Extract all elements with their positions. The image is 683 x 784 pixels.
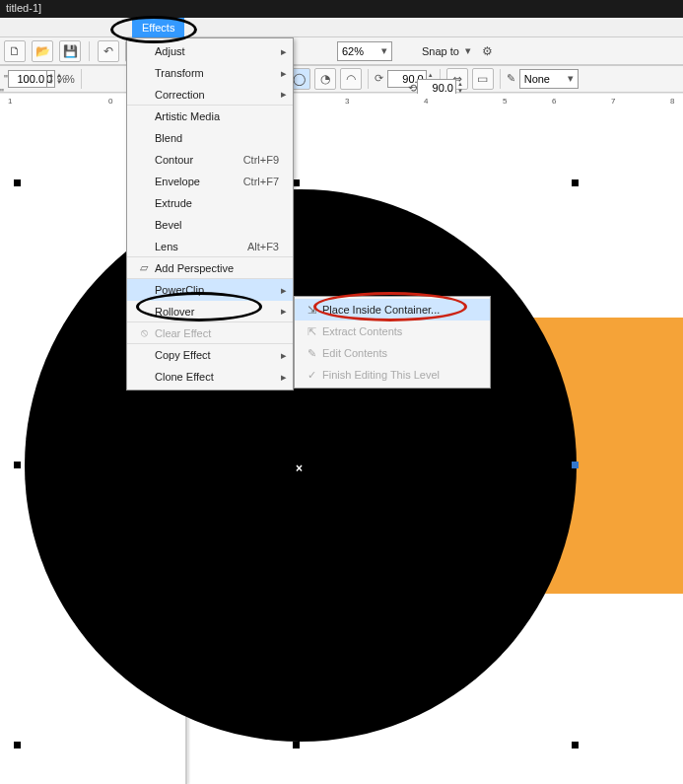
spinner-arrows[interactable]: ▲▼ [56, 72, 62, 86]
zoom-value: 62% [342, 45, 364, 57]
powerclip-submenu: ⇲ Place Inside Container... ⇱ Extract Co… [294, 296, 491, 389]
ruler-tick: 4 [424, 97, 428, 106]
submenu-place-inside-container[interactable]: ⇲ Place Inside Container... [295, 299, 490, 321]
unit-label: % [65, 73, 75, 85]
submenu-arrow-icon: ▸ [281, 305, 287, 318]
menu-transform[interactable]: Transform ▸ [127, 62, 293, 84]
selection-center-icon[interactable]: × [296, 462, 303, 475]
snap-label: Snap to [422, 45, 459, 57]
submenu-arrow-icon: ▸ [281, 88, 287, 101]
canvas[interactable]: × [0, 110, 683, 784]
rotate-cw-icon: ⟳ [375, 72, 383, 85]
menu-rollover[interactable]: Rollover ▸ [127, 301, 293, 322]
menu-correction[interactable]: Correction ▸ [127, 84, 293, 106]
separator [440, 69, 441, 89]
toolbar-properties: " ▲▼ % ◯ ◔ ◠ ⟳ ▲▼ ⇔ ▭ ✎ None [0, 65, 683, 93]
menu-add-perspective[interactable]: ▱ Add Perspective [127, 257, 293, 279]
selection-handle[interactable] [293, 179, 300, 186]
menu-copy-effect[interactable]: Copy Effect ▸ [127, 344, 293, 366]
new-icon[interactable]: 🗋 [4, 40, 26, 62]
menu-extrude[interactable]: Extrude [127, 192, 293, 214]
open-icon[interactable]: 📂 [32, 40, 53, 62]
menu-effects[interactable]: Effects [132, 18, 184, 37]
arc-tool-icon[interactable]: ◠ [340, 68, 362, 90]
submenu-extract-contents: ⇱ Extract Contents [295, 321, 490, 342]
pen-icon: ✎ [507, 72, 515, 85]
effects-menu: Adjust ▸ Transform ▸ Correction ▸ Artist… [126, 37, 294, 391]
save-icon[interactable]: 💾 [59, 40, 81, 62]
ruler-tick: 7 [611, 97, 615, 106]
selection-handle[interactable] [14, 462, 21, 468]
submenu-finish-editing: ✓ Finish Editing This Level [295, 364, 490, 386]
ruler-tick: 8 [670, 97, 674, 106]
ruler-tick: 0 [108, 97, 112, 106]
undo-icon[interactable]: ↶ [98, 40, 119, 62]
separator [500, 69, 501, 89]
ruler-tick: 1 [8, 97, 12, 106]
options-icon[interactable]: ⚙ [477, 40, 499, 62]
ruler-tick: 3 [345, 97, 349, 106]
menu-clear-effect: ⦸ Clear Effect [127, 322, 293, 344]
menu-blend[interactable]: Blend [127, 127, 293, 149]
title-bar: titled-1] [0, 0, 683, 18]
menu-bevel[interactable]: Bevel [127, 214, 293, 236]
spinner-arrows[interactable]: ▲▼ [428, 72, 434, 86]
shortcut-label: Ctrl+F9 [243, 154, 279, 166]
menu-envelope[interactable]: Envelope Ctrl+F7 [127, 171, 293, 192]
edit-icon: ✎ [301, 347, 322, 360]
menu-contour[interactable]: Contour Ctrl+F9 [127, 149, 293, 171]
selection-handle[interactable] [14, 742, 21, 748]
pie-tool-icon[interactable]: ◔ [314, 68, 336, 90]
toolbar-main: 🗋 📂 💾 ↶ ↷ 62% Snap to ▾ ⚙ [0, 37, 683, 65]
submenu-arrow-icon: ▸ [281, 45, 287, 58]
separator [368, 69, 369, 89]
width-field[interactable]: ▲▼ % [16, 70, 75, 88]
angle1-input[interactable] [387, 70, 427, 88]
submenu-edit-contents: ✎ Edit Contents [295, 342, 490, 364]
zoom-combo[interactable]: 62% [337, 41, 392, 61]
x-label: " [4, 73, 12, 85]
width-input[interactable] [16, 70, 55, 88]
ruler-tick: 5 [503, 97, 507, 106]
submenu-arrow-icon: ▸ [281, 371, 287, 384]
ruler-tick: 6 [552, 97, 556, 106]
separator [81, 69, 82, 89]
shortcut-label: Ctrl+F7 [243, 176, 279, 187]
selection-handle[interactable] [14, 179, 21, 186]
wrap-icon[interactable]: ▭ [472, 68, 494, 90]
menu-bar: Effects [0, 18, 683, 37]
flip-h-icon[interactable]: ⇔ [446, 68, 468, 90]
finish-icon: ✓ [301, 369, 322, 382]
menu-powerclip[interactable]: PowerClip ▸ [127, 279, 293, 301]
menu-lens[interactable]: Lens Alt+F3 [127, 236, 293, 257]
menu-artistic-media[interactable]: Artistic Media [127, 106, 293, 127]
outline-combo[interactable]: None [519, 69, 579, 89]
selection-handle[interactable] [293, 742, 300, 748]
menu-clone-effect[interactable]: Clone Effect ▸ [127, 366, 293, 388]
dropdown-arrow-icon[interactable]: ▾ [465, 44, 471, 57]
menu-adjust[interactable]: Adjust ▸ [127, 40, 293, 62]
extract-icon: ⇱ [301, 325, 322, 338]
perspective-icon: ▱ [133, 261, 155, 274]
separator [89, 41, 90, 61]
angle1-field[interactable]: ▲▼ [387, 70, 434, 88]
place-inside-icon: ⇲ [301, 304, 322, 317]
shortcut-label: Alt+F3 [247, 241, 279, 252]
submenu-arrow-icon: ▸ [281, 349, 287, 362]
submenu-arrow-icon: ▸ [281, 284, 287, 297]
selection-handle[interactable] [572, 179, 579, 186]
outline-value: None [524, 73, 550, 85]
submenu-arrow-icon: ▸ [281, 67, 287, 80]
clear-icon: ⦸ [133, 326, 155, 339]
document-title: titled-1] [6, 2, 41, 14]
selection-handle[interactable] [572, 742, 579, 748]
selection-handle[interactable] [572, 462, 579, 468]
ruler-horizontal: 1 0 1 2 3 4 5 6 7 8 [0, 94, 683, 111]
